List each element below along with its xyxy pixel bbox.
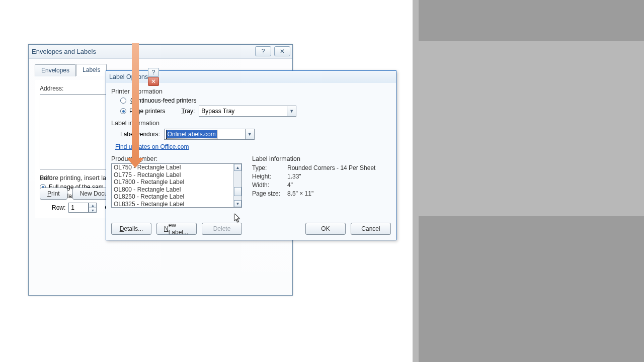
list-item[interactable]: OL8325 - Rectangle Label bbox=[112, 201, 233, 208]
label-info-label: Label information bbox=[111, 120, 391, 127]
background-shade-top bbox=[419, 0, 644, 41]
tray-label: Tray: bbox=[181, 108, 195, 115]
spinner-up-icon[interactable]: ▲ bbox=[89, 203, 97, 208]
info-width-label: Width: bbox=[252, 182, 287, 189]
ok-button[interactable]: OK bbox=[305, 223, 346, 235]
dialog-titlebar[interactable]: Envelopes and Labels ? ✕ bbox=[29, 45, 292, 59]
close-button[interactable]: ✕ bbox=[148, 77, 159, 86]
info-type-label: Type: bbox=[252, 164, 287, 171]
chevron-down-icon: ▼ bbox=[245, 129, 254, 139]
spinner-down-icon[interactable]: ▼ bbox=[89, 208, 97, 213]
tab-envelopes[interactable]: Envelopes bbox=[35, 64, 76, 76]
print-button[interactable]: Print bbox=[40, 188, 67, 200]
list-item[interactable]: OL800 - Rectangle Label bbox=[112, 186, 233, 194]
row-spinner[interactable]: 1 ▲ ▼ bbox=[68, 203, 97, 213]
radio-continuous-label: Continuous-feed printers bbox=[130, 97, 196, 104]
scroll-down-icon[interactable]: ▼ bbox=[234, 200, 242, 207]
radio-page-printers[interactable]: Page printers bbox=[120, 108, 165, 115]
row-label: Row: bbox=[52, 204, 65, 211]
scroll-thumb[interactable] bbox=[234, 187, 242, 196]
help-button[interactable]: ? bbox=[255, 46, 271, 56]
info-pagesize-label: Page size: bbox=[252, 190, 287, 197]
dialog-title: Envelopes and Labels bbox=[32, 48, 96, 55]
product-number-listbox[interactable]: OL750 - Rectangle Label OL775 - Rectangl… bbox=[111, 163, 242, 208]
details-button[interactable]: Details... bbox=[111, 223, 151, 235]
info-pagesize-value: 8.5" × 11" bbox=[287, 190, 391, 197]
radio-dot-icon bbox=[120, 108, 126, 114]
find-updates-link[interactable]: Find updates on Office.com bbox=[115, 143, 189, 150]
scroll-track[interactable] bbox=[234, 171, 242, 200]
annotation-arrow-icon bbox=[132, 43, 139, 160]
list-item[interactable]: OL8250 - Rectangle Label bbox=[112, 193, 233, 201]
delete-button: Delete bbox=[202, 223, 242, 235]
close-icon: ✕ bbox=[280, 48, 285, 55]
label-vendors-select[interactable]: OnlineLabels.com ▼ bbox=[164, 129, 255, 140]
mouse-cursor-icon bbox=[234, 214, 241, 223]
cancel-button[interactable]: Cancel bbox=[351, 223, 391, 235]
new-label-button[interactable]: New Label... bbox=[156, 223, 197, 235]
radio-continuous-feed[interactable]: Continuous-feed printers bbox=[120, 97, 391, 104]
tray-select[interactable]: Bypass Tray ▼ bbox=[199, 106, 296, 117]
close-icon: ✕ bbox=[151, 78, 156, 85]
help-icon: ? bbox=[152, 69, 155, 76]
background-shade-bottom bbox=[419, 216, 644, 362]
help-button[interactable]: ? bbox=[148, 68, 159, 77]
info-height-value: 1.33" bbox=[287, 173, 391, 180]
list-item[interactable]: OL775 - Rectangle Label bbox=[112, 171, 233, 179]
chevron-down-icon: ▼ bbox=[287, 106, 296, 116]
info-width-value: 4" bbox=[287, 182, 391, 189]
help-icon: ? bbox=[262, 48, 265, 55]
scroll-up-icon[interactable]: ▲ bbox=[234, 164, 242, 171]
tab-labels[interactable]: Labels bbox=[76, 64, 107, 76]
background-panel bbox=[413, 0, 644, 362]
label-options-dialog: Label Options ? ✕ Printer information Co… bbox=[106, 70, 396, 240]
info-type-value: Rounded Corners - 14 Per Sheet bbox=[287, 164, 391, 171]
vendors-label: Label vendors: bbox=[120, 131, 160, 138]
radio-dot-icon bbox=[120, 98, 126, 104]
label-information-heading: Label information bbox=[252, 155, 391, 162]
printer-info-label: Printer information bbox=[111, 88, 391, 95]
list-item[interactable]: OL7800 - Rectangle Label bbox=[112, 178, 233, 186]
close-button[interactable]: ✕ bbox=[274, 46, 290, 56]
listbox-scrollbar[interactable]: ▲ ▼ bbox=[233, 164, 242, 207]
dialog-titlebar[interactable]: Label Options ? ✕ bbox=[106, 71, 396, 83]
dialog-title: Label Options bbox=[109, 73, 148, 80]
info-height-label: Height: bbox=[252, 173, 287, 180]
